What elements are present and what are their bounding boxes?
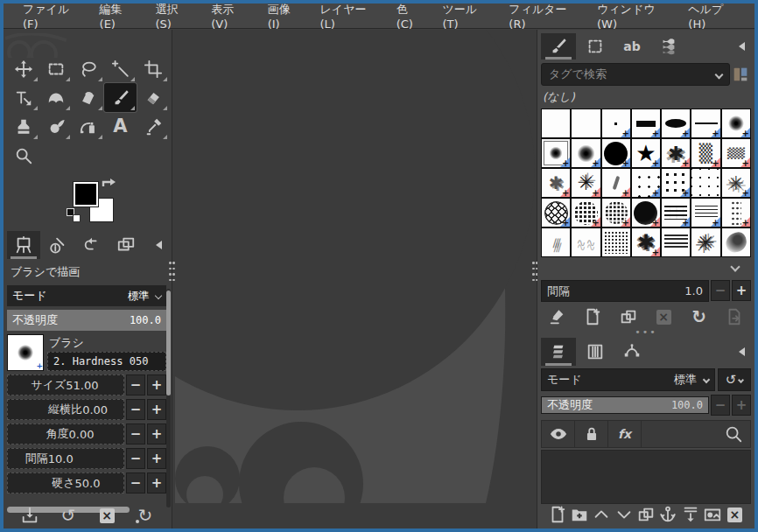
brush-cell[interactable]: + [602,109,630,137]
layer-mode-reset-button[interactable]: ↺ [718,368,751,391]
left-pane-handle[interactable] [169,262,175,281]
merge-down-button[interactable] [679,504,701,525]
brush-cell[interactable]: + [662,228,690,256]
aspect-slider[interactable]: 縦横比 0.00 [7,399,124,420]
brush-cell[interactable]: + [691,199,719,227]
text-tool[interactable]: A [104,112,137,141]
tab-undo-history[interactable] [75,231,109,259]
tab-device-status[interactable] [41,231,74,259]
brush-cell[interactable]: + [572,228,600,256]
angle-slider[interactable]: 角度 0.00 [7,424,124,444]
new-layer-button[interactable] [546,504,568,525]
angle-minus-button[interactable]: − [126,424,145,444]
brush-cell[interactable]: + [632,109,660,137]
selected-tag-label[interactable]: (なし) [537,86,754,107]
tab-patterns[interactable] [578,33,613,60]
default-colors-icon[interactable] [67,208,81,222]
tab-images[interactable] [109,231,143,259]
brush-cell[interactable]: + [632,139,660,167]
duplicate-brush-button[interactable] [617,306,640,327]
tool-options-scrollbar[interactable] [166,289,171,508]
brush-cell[interactable]: + [602,169,630,197]
gradient-tool[interactable] [39,83,72,112]
brush-spacing-plus-button[interactable]: + [732,280,751,301]
brush-cell[interactable]: + [662,139,690,167]
mode-row[interactable]: モード 標準 [7,285,166,306]
spacing-minus-button[interactable]: − [126,448,145,469]
brush-cell[interactable]: + [572,139,600,167]
swap-colors-icon[interactable] [102,178,116,191]
eraser-tool[interactable] [137,83,169,112]
lower-layer-button[interactable] [613,504,635,525]
brush-cell[interactable]: + [691,169,719,197]
filter-effects-button[interactable]: fx [608,421,642,447]
foreground-color-swatch[interactable] [74,182,98,206]
tab-brushes[interactable] [541,33,576,60]
layer-opacity-minus-button[interactable]: − [711,395,730,416]
brush-cell[interactable]: + [542,109,570,137]
brush-cell[interactable]: + [542,199,570,227]
tab-fonts[interactable]: ab [614,33,649,60]
brush-cell[interactable]: + [602,199,630,227]
brush-cell[interactable]: + [572,169,600,197]
tab-channels[interactable] [578,338,613,366]
brushes-dock-menu-button[interactable] [732,33,751,60]
spacing-plus-button[interactable]: + [147,448,166,469]
layer-opacity-slider[interactable]: 不透明度 100.0 [541,396,709,414]
reset-tool-options-button[interactable]: ↻ [134,505,157,526]
dock-splitter[interactable]: ••• [537,328,754,336]
paintbrush-tool[interactable] [104,83,137,112]
add-layer-mask-button[interactable] [701,504,723,525]
brush-spacing-minus-button[interactable]: − [711,280,730,301]
delete-layer-button[interactable]: × [724,504,746,525]
brush-name-button[interactable]: 2. Hardness 050 [47,352,166,371]
move-tool[interactable] [7,54,39,83]
smudge-tool[interactable] [39,112,72,141]
layers-dock-menu-button[interactable] [732,338,751,366]
brush-cell[interactable]: + [602,139,630,167]
layer-mode-select[interactable]: モード 標準 [541,368,715,391]
brush-cell[interactable]: + [662,169,690,197]
size-plus-button[interactable]: + [147,374,166,396]
brush-cell[interactable]: + [722,169,750,197]
tag-filter-button[interactable] [730,65,751,84]
zoom-tool[interactable] [7,141,39,170]
aspect-minus-button[interactable]: − [126,399,145,420]
brush-cell[interactable]: + [542,139,570,167]
free-select-tool[interactable] [72,54,104,83]
brush-cell[interactable]: + [572,199,600,227]
edit-brush-button[interactable] [546,306,569,327]
bucket-fill-tool[interactable] [72,83,104,112]
delete-brush-button[interactable]: × [652,306,675,327]
hardness-minus-button[interactable]: − [126,472,145,494]
left-dock-menu-button[interactable] [149,231,168,259]
new-layer-group-button[interactable] [568,504,590,525]
brush-cell[interactable]: + [691,228,719,256]
brush-cell[interactable]: + [722,199,750,227]
aspect-plus-button[interactable]: + [147,399,166,420]
brush-cell[interactable]: + [542,228,570,256]
hardness-slider[interactable]: 硬さ 50.0 [7,472,124,494]
tab-paths[interactable] [614,338,649,366]
tag-search-input[interactable]: タグで検索 [541,63,730,86]
brush-thumbnail[interactable]: + [7,334,44,371]
brush-cell[interactable]: + [691,139,719,167]
size-minus-button[interactable]: − [126,374,145,396]
brush-cell[interactable]: + [602,228,630,256]
layer-list[interactable] [541,450,751,504]
layer-opacity-plus-button[interactable]: + [732,395,751,416]
brush-cell[interactable]: + [722,109,750,137]
hardness-plus-button[interactable]: + [147,472,166,494]
raise-layer-button[interactable] [591,504,613,525]
airbrush-tool[interactable] [72,112,104,141]
brush-cell[interactable]: + [722,228,750,256]
brush-cell[interactable]: + [542,169,570,197]
spacing-slider[interactable]: 間隔 10.0 [7,448,124,469]
brush-list-expander[interactable] [541,257,751,276]
refresh-brushes-button[interactable]: ↻ [688,306,711,327]
angle-plus-button[interactable]: + [147,424,166,444]
brush-cell[interactable]: + [572,109,600,137]
transform-tool[interactable] [7,83,39,112]
tab-gradients[interactable] [651,33,686,60]
canvas-area[interactable] [172,30,537,528]
